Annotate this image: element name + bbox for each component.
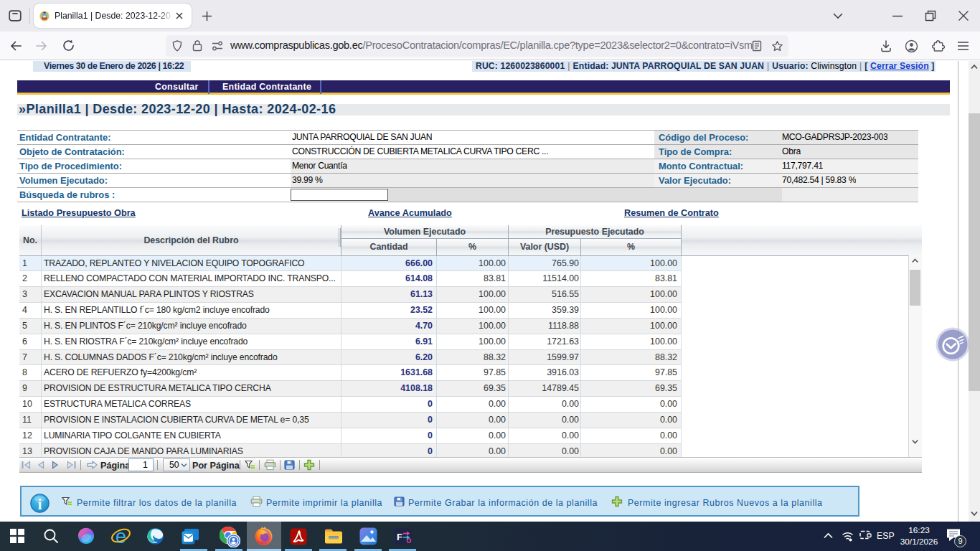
svg-text:F: F: [397, 532, 402, 542]
svg-text:i: i: [38, 496, 42, 512]
